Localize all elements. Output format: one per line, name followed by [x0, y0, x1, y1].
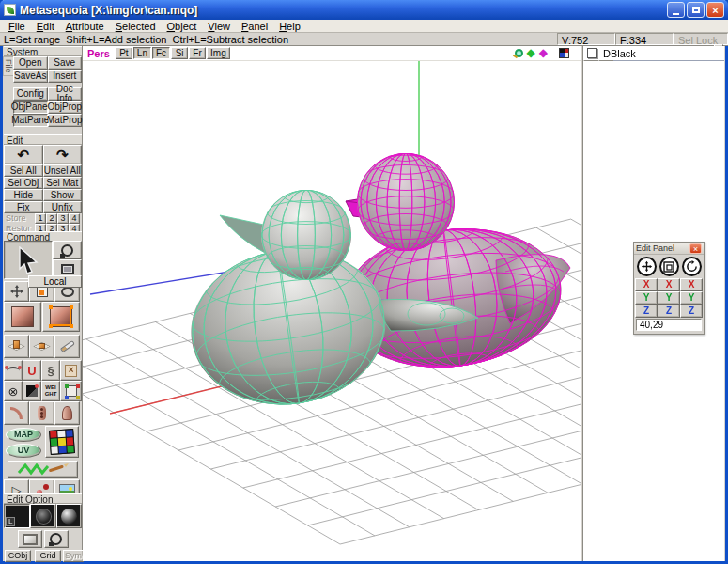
minimize-button[interactable]	[667, 2, 685, 18]
store-slot-4[interactable]: 4	[69, 213, 80, 224]
wire-tool-button[interactable]	[4, 360, 23, 381]
grid-toggle-button[interactable]: Grid	[35, 550, 61, 562]
3d-viewport[interactable]: Pers Pt Ln Fc Si Fr Img ◆ ◆	[83, 46, 581, 561]
move-tool-button[interactable]	[4, 281, 29, 302]
store-slot-2[interactable]: 2	[46, 213, 57, 224]
light-icon: L	[6, 517, 15, 526]
cobj-toggle-button[interactable]: CObj	[5, 550, 31, 562]
unsel-all-button[interactable]: Unsel All	[43, 164, 83, 177]
config-button[interactable]: Config	[13, 87, 48, 101]
palette-icon[interactable]	[559, 48, 569, 58]
rect-range-button[interactable]	[18, 530, 42, 548]
scale-y-button[interactable]: Y	[658, 291, 680, 305]
maximize-button[interactable]	[687, 2, 705, 18]
hide-button[interactable]: Hide	[4, 189, 43, 201]
menu-panel[interactable]: Panel	[236, 21, 273, 32]
bend-tool-button[interactable]	[4, 401, 29, 425]
lasso-select-button[interactable]	[53, 241, 82, 259]
redo-icon: ↷	[56, 148, 69, 162]
magnet-tool-button[interactable]: U	[23, 360, 41, 381]
scene-canvas[interactable]	[83, 46, 581, 561]
menu-help[interactable]: Help	[273, 21, 306, 32]
zoom-icon[interactable]	[515, 49, 523, 57]
uv-edit-button[interactable]	[45, 426, 79, 458]
twist-icon: §	[47, 365, 54, 377]
doc-info-button[interactable]: Doc Info	[48, 87, 83, 101]
knife-tool-button[interactable]	[54, 335, 80, 358]
menu-object[interactable]: Object	[162, 21, 203, 32]
menu-attribute[interactable]: Attribute	[60, 21, 110, 32]
menu-file[interactable]: File	[3, 21, 31, 32]
insert-button[interactable]: Insert	[48, 70, 83, 83]
sym-toggle-button[interactable]: Sym	[63, 550, 84, 562]
tab-image[interactable]: Img	[207, 47, 230, 59]
system-group-title: System	[4, 46, 82, 56]
selected-mesh-button[interactable]	[42, 302, 80, 332]
rotate-x-button[interactable]: X	[680, 278, 703, 291]
saveas-button[interactable]: SaveAs	[13, 70, 48, 83]
sel-obj-button[interactable]: Sel Obj	[4, 177, 43, 189]
smooth-view-button[interactable]	[30, 504, 56, 528]
ep-scale-button[interactable]	[659, 257, 679, 276]
unselected-mesh-button[interactable]	[4, 302, 41, 332]
map-button[interactable]: MAP	[6, 428, 41, 442]
store-slot-3[interactable]: 3	[57, 213, 69, 224]
light-toggle-button[interactable]: L	[4, 504, 30, 528]
tab-faces[interactable]: Fc	[152, 47, 170, 59]
menu-edit[interactable]: Edit	[31, 21, 60, 32]
unfix-button[interactable]: Unfix	[43, 201, 83, 213]
ep-move-button[interactable]	[637, 257, 657, 276]
show-button[interactable]: Show	[43, 189, 83, 201]
select-tool-button[interactable]	[4, 241, 53, 279]
invert-tool-button[interactable]: ⊗	[4, 381, 23, 401]
lathe-tool-button[interactable]	[54, 401, 80, 425]
twist-tool-button[interactable]: §	[41, 360, 60, 381]
tab-points[interactable]: Pt	[116, 47, 132, 59]
green-diamond-icon[interactable]: ◆	[527, 47, 535, 58]
edit-panel-window[interactable]: Edit Panel ×	[633, 242, 705, 335]
open-button[interactable]: Open	[13, 56, 48, 70]
obj-prop-button[interactable]: ObjProp	[48, 101, 83, 114]
close-button[interactable]: ×	[706, 2, 724, 18]
extrude-tool-button[interactable]	[4, 335, 29, 358]
menu-selected[interactable]: Selected	[110, 21, 162, 32]
undo-button[interactable]: ↶	[4, 145, 43, 164]
move-y-button[interactable]: Y	[635, 291, 658, 305]
mat-prop-button[interactable]: MatProp	[48, 114, 83, 127]
seam-tool-button[interactable]	[23, 381, 41, 401]
sel-mat-button[interactable]: Sel Mat	[43, 177, 83, 189]
scale-x-button[interactable]: X	[658, 278, 680, 291]
rotate-z-button[interactable]: Z	[680, 305, 703, 318]
edit-panel-close-button[interactable]: ×	[689, 243, 702, 254]
weight-tool-button[interactable]: WEI GHT	[41, 381, 60, 401]
scale-z-button[interactable]: Z	[658, 305, 680, 318]
ep-rotate-button[interactable]	[682, 257, 702, 276]
vertex-color-button[interactable]	[60, 381, 82, 401]
redo-button[interactable]: ↷	[43, 145, 83, 164]
obj-panel-button[interactable]: ObjPanel	[13, 101, 48, 114]
lasso-range-button[interactable]	[44, 530, 69, 548]
move-x-button[interactable]: X	[635, 278, 658, 291]
edit-panel-titlebar[interactable]: Edit Panel ×	[634, 243, 704, 255]
tab-silhouette[interactable]: Si	[171, 47, 188, 59]
lattice-tool-button[interactable]	[29, 401, 54, 425]
magenta-diamond-icon[interactable]: ◆	[539, 47, 548, 58]
tab-lines[interactable]: Ln	[133, 47, 151, 59]
menu-view[interactable]: View	[202, 21, 236, 32]
store-slot-1[interactable]: 1	[35, 213, 46, 224]
move-z-button[interactable]: Z	[635, 305, 658, 318]
paint-tool-button[interactable]	[8, 461, 78, 478]
save-button[interactable]: Save	[48, 56, 83, 70]
tab-frame[interactable]: Fr	[189, 47, 206, 59]
delete-face-button[interactable]: ×	[60, 360, 82, 381]
uv-button[interactable]: UV	[6, 444, 41, 458]
material-row-dblack[interactable]: DBlack	[583, 46, 724, 60]
shading-button[interactable]	[56, 504, 82, 528]
title-bar[interactable]: Metasequoia [X:\imgfor\can.mqo] ×	[0, 0, 728, 20]
rotate-y-button[interactable]: Y	[680, 291, 703, 305]
fix-button[interactable]: Fix	[4, 201, 43, 213]
bevel-tool-button[interactable]	[29, 335, 54, 358]
sel-all-button[interactable]: Sel All	[4, 164, 43, 177]
mat-pane-button[interactable]: MatPane	[13, 114, 48, 127]
edit-panel-value-field[interactable]: 40,29	[636, 319, 702, 331]
